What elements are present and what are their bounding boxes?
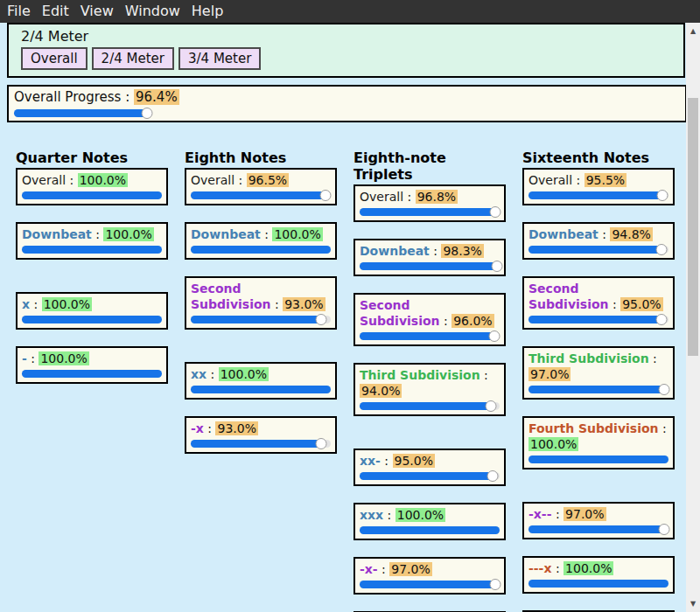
overall-progress-text: Overall Progress : 96.4%: [14, 88, 680, 106]
column-sixteenth-notes: Sixteenth NotesOverall : 95.5%Downbeat :…: [522, 150, 675, 612]
progress-card: Second Subdivision : 95.0%: [522, 276, 675, 330]
card-text: Downbeat : 100.0%: [22, 226, 162, 242]
card-separator: :: [27, 351, 39, 365]
card-label: xxx: [360, 508, 383, 522]
progress-bar: [528, 246, 668, 254]
slider-handle: [656, 190, 668, 201]
overall-slider-handle: [142, 108, 153, 119]
slider-handle: [489, 206, 500, 218]
card-label: Second Subdivision: [191, 282, 271, 311]
card-label: Overall: [360, 190, 403, 204]
tab-2-4-meter[interactable]: 2/4 Meter: [92, 47, 174, 70]
card-text: Overall : 95.5%: [528, 172, 668, 188]
slider-handle: [487, 470, 499, 482]
card-separator: :: [430, 244, 442, 258]
tab-overall[interactable]: Overall: [21, 47, 88, 70]
progress-bar: [191, 440, 331, 448]
progress-bar: [528, 191, 668, 199]
progress-fill: [528, 525, 664, 533]
progress-card: -x-- : 97.0%: [522, 502, 675, 539]
slider-handle: [488, 330, 500, 342]
card-label: -x: [191, 421, 204, 435]
overall-progress-bar: [14, 109, 152, 117]
progress-card: Downbeat : 94.8%: [522, 222, 675, 260]
progress-card: Downbeat : 100.0%: [185, 222, 337, 260]
progress-bar: [191, 386, 331, 393]
scroll-down-icon[interactable]: ▼: [686, 598, 700, 609]
tab-3-4-meter[interactable]: 3/4 Meter: [178, 47, 261, 70]
progress-fill: [191, 246, 331, 254]
card-text: Overall : 96.8%: [360, 189, 500, 205]
progress-bar: [191, 246, 331, 254]
progress-fill: [360, 332, 494, 340]
progress-fill: [360, 581, 495, 588]
card-label: ---x: [528, 561, 551, 575]
slider-handle: [655, 244, 667, 255]
progress-bar: [528, 316, 668, 323]
menu-item-file[interactable]: File: [7, 0, 31, 23]
card-separator: :: [234, 173, 247, 187]
menu-item-window[interactable]: Window: [125, 0, 180, 23]
card-label: Downbeat: [191, 227, 261, 241]
card-text: -x- : 97.0%: [360, 561, 500, 577]
card-value: 95.5%: [584, 173, 626, 187]
card-value: 100.0%: [38, 351, 88, 365]
progress-card: Downbeat : 98.3%: [354, 239, 506, 276]
slider-handle: [315, 314, 326, 325]
card-label: Second Subdivision: [360, 298, 440, 328]
progress-fill: [191, 386, 331, 393]
card-value: 97.0%: [389, 562, 431, 576]
card-text: ---x : 100.0%: [528, 560, 668, 576]
progress-card: Overall : 96.8%: [354, 184, 506, 222]
progress-card: -x : 93.0%: [185, 416, 337, 454]
card-separator: :: [271, 297, 284, 311]
card-text: Fourth Subdivision : 100.0%: [528, 421, 668, 452]
card-value: 100.0%: [272, 227, 322, 241]
card-separator: :: [572, 173, 584, 187]
progress-card: Second Subdivision : 93.0%: [185, 276, 337, 330]
progress-fill: [360, 472, 493, 480]
card-value: 100.0%: [78, 173, 128, 187]
card-text: Second Subdivision : 95.0%: [528, 281, 668, 312]
card-label: -x--: [528, 507, 551, 521]
progress-card: ---x : 100.0%: [522, 556, 675, 594]
menu-item-help[interactable]: Help: [192, 0, 223, 23]
column-eighth-note-triplets: Eighth-note TripletsOverall : 96.8%Downb…: [354, 150, 506, 612]
card-separator: :: [30, 297, 42, 311]
card-value: 100.0%: [103, 227, 153, 241]
card-text: -x-- : 97.0%: [528, 506, 668, 522]
progress-card: Downbeat : 100.0%: [16, 222, 168, 260]
card-text: Second Subdivision : 93.0%: [191, 281, 331, 312]
card-text: Third Subdivision : 94.0%: [360, 367, 500, 399]
card-value: 100.0%: [42, 297, 92, 311]
progress-bar: [360, 402, 500, 410]
card-label: Overall: [528, 173, 572, 187]
vertical-scrollbar[interactable]: ▲ ▼: [686, 23, 700, 612]
column-title: Quarter Notes: [16, 150, 168, 166]
progress-bar: [528, 456, 668, 463]
progress-bar: [191, 316, 331, 323]
card-text: xxx : 100.0%: [360, 507, 500, 523]
progress-bar: [528, 580, 668, 588]
card-label: Third Subdivision: [360, 368, 480, 382]
card-text: x : 100.0%: [22, 296, 162, 312]
progress-card: - : 100.0%: [16, 346, 168, 384]
progress-fill: [528, 580, 668, 588]
overall-progress-value: 96.4%: [134, 89, 179, 105]
overall-separator: :: [121, 89, 134, 105]
card-text: -x : 93.0%: [191, 421, 331, 436]
scroll-up-icon[interactable]: ▲: [686, 25, 700, 37]
progress-fill: [528, 246, 662, 254]
card-separator: :: [378, 562, 390, 576]
slider-handle: [659, 384, 670, 395]
overall-progress-card: Overall Progress : 96.4%: [7, 85, 687, 122]
progress-fill: [360, 208, 495, 216]
card-text: Overall : 96.5%: [191, 172, 331, 188]
scrollbar-thumb[interactable]: [688, 98, 698, 356]
menu-item-edit[interactable]: Edit: [42, 0, 69, 23]
card-text: Downbeat : 94.8%: [528, 226, 668, 242]
card-text: Second Subdivision : 96.0%: [360, 297, 500, 329]
menu-item-view[interactable]: View: [80, 0, 114, 23]
card-label: Overall: [22, 173, 66, 187]
progress-fill: [191, 440, 321, 448]
